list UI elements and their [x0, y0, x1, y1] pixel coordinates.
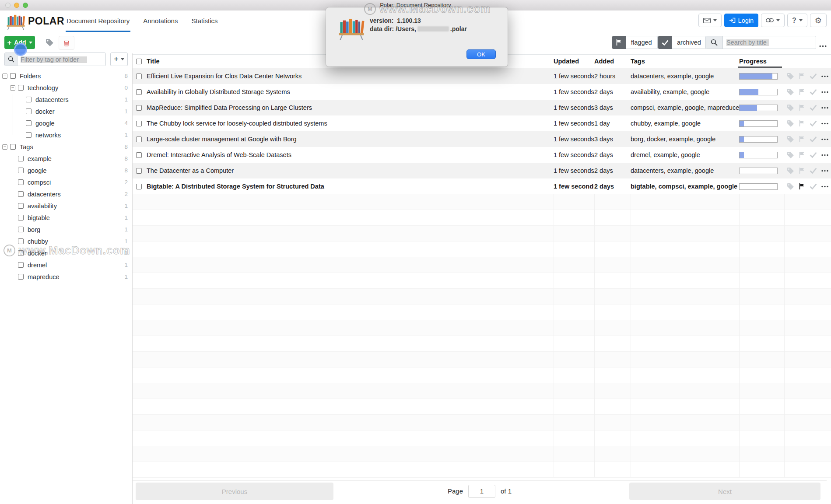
tree-item-availability[interactable]: availability1 — [0, 200, 132, 212]
share-link-button[interactable] — [761, 14, 785, 27]
tab-document-repository[interactable]: Document Repository — [66, 10, 130, 32]
doc-title[interactable]: Large-scale cluster management at Google… — [147, 136, 554, 143]
tree-checkbox[interactable] — [18, 250, 24, 256]
tree-item-tags[interactable]: −Tags8 — [0, 141, 132, 153]
row-checkbox[interactable] — [136, 74, 142, 79]
tag-icon[interactable] — [787, 120, 794, 127]
row-checkbox[interactable] — [136, 184, 142, 189]
ellipsis-icon[interactable] — [821, 170, 828, 172]
tree-checkbox[interactable] — [10, 73, 16, 79]
table-row[interactable]: Efficient Live Expansion for Clos Data C… — [133, 68, 831, 84]
ellipsis-icon[interactable] — [821, 75, 828, 77]
tree-checkbox[interactable] — [18, 215, 24, 220]
table-row[interactable]: The Chubby lock service for loosely-coup… — [133, 116, 831, 131]
table-row[interactable]: MapReduce: Simplified Data Processing on… — [133, 100, 831, 116]
check-icon[interactable] — [810, 152, 817, 158]
flag-icon[interactable] — [799, 88, 805, 95]
tag-icon[interactable] — [787, 104, 794, 112]
table-options-button[interactable] — [819, 41, 827, 49]
tree-item-technology[interactable]: −technology0 — [0, 82, 132, 94]
row-checkbox[interactable] — [136, 121, 142, 126]
tree-item-docker[interactable]: docker1 — [0, 247, 132, 259]
table-row[interactable]: Bigtable: A Distributed Storage System f… — [133, 178, 831, 194]
ok-button[interactable]: OK — [466, 49, 496, 59]
tag-icon[interactable] — [787, 88, 794, 96]
close-button[interactable] — [5, 3, 11, 8]
zoom-button[interactable] — [23, 3, 28, 8]
tree-checkbox[interactable] — [18, 238, 24, 244]
tree-item-dremel[interactable]: dremel1 — [0, 259, 132, 271]
flag-icon[interactable] — [799, 167, 805, 174]
tag-icon[interactable] — [787, 136, 794, 143]
collapse-icon[interactable]: − — [2, 144, 7, 150]
tag-icon[interactable] — [787, 151, 794, 159]
flag-icon[interactable] — [799, 136, 805, 143]
tree-checkbox[interactable] — [18, 262, 24, 268]
settings-button[interactable]: ⚙ — [810, 14, 827, 27]
page-number-input[interactable] — [468, 485, 495, 498]
row-checkbox[interactable] — [136, 168, 142, 174]
collapse-icon[interactable]: − — [2, 74, 7, 79]
row-checkbox[interactable] — [136, 105, 142, 111]
tree-checkbox[interactable] — [18, 156, 24, 161]
tree-checkbox[interactable] — [10, 144, 16, 150]
check-icon[interactable] — [810, 105, 817, 111]
minimize-button[interactable] — [14, 3, 19, 8]
previous-page-button[interactable]: Previous — [136, 483, 333, 500]
tree-item-compsci[interactable]: compsci2 — [0, 176, 132, 188]
tag-toolbar-icon[interactable] — [46, 38, 54, 49]
column-header-tags[interactable]: Tags — [631, 58, 739, 65]
ellipsis-icon[interactable] — [821, 138, 828, 140]
tree-item-google[interactable]: google8 — [0, 164, 132, 176]
check-icon[interactable] — [810, 136, 817, 142]
doc-title[interactable]: The Datacenter as a Computer — [147, 167, 554, 174]
tree-item-datacenters[interactable]: datacenters1 — [0, 94, 132, 105]
ellipsis-icon[interactable] — [821, 91, 828, 93]
flag-icon[interactable] — [799, 120, 805, 127]
tree-checkbox[interactable] — [18, 227, 24, 232]
ellipsis-icon[interactable] — [821, 154, 828, 156]
doc-title[interactable]: The Chubby lock service for loosely-coup… — [147, 120, 554, 127]
column-header-added[interactable]: Added — [594, 58, 631, 65]
tree-item-borg[interactable]: borg1 — [0, 224, 132, 235]
help-button[interactable]: ? — [787, 14, 807, 27]
flag-icon[interactable] — [799, 183, 805, 190]
row-checkbox[interactable] — [136, 89, 142, 95]
ellipsis-icon[interactable] — [821, 107, 828, 109]
flag-icon[interactable] — [799, 104, 805, 111]
table-row[interactable]: Dremel: Interactive Analysis of Web-Scal… — [133, 147, 831, 163]
row-checkbox[interactable] — [136, 136, 142, 142]
tree-item-bigtable[interactable]: bigtable1 — [0, 212, 132, 224]
tree-item-chubby[interactable]: chubby1 — [0, 235, 132, 247]
tree-checkbox[interactable] — [18, 85, 24, 91]
flagged-filter-toggle[interactable]: flagged — [612, 36, 658, 49]
tree-item-google[interactable]: google4 — [0, 117, 132, 129]
row-checkbox[interactable] — [136, 152, 142, 158]
tag-icon[interactable] — [787, 167, 794, 175]
tree-checkbox[interactable] — [26, 108, 32, 114]
archived-filter-toggle[interactable]: archived — [658, 36, 707, 49]
create-tag-button[interactable]: + — [110, 52, 128, 66]
check-icon[interactable] — [810, 73, 817, 79]
tree-checkbox[interactable] — [26, 120, 32, 126]
delete-button[interactable] — [59, 36, 74, 50]
check-icon[interactable] — [810, 168, 817, 174]
tree-item-docker[interactable]: docker1 — [0, 105, 132, 117]
flag-icon[interactable] — [799, 151, 805, 158]
column-header-updated[interactable]: Updated — [554, 58, 594, 65]
messages-button[interactable] — [698, 14, 722, 27]
search-input[interactable] — [723, 36, 816, 49]
ellipsis-icon[interactable] — [821, 186, 828, 188]
table-row[interactable]: Availability in Globally Distributed Sto… — [133, 84, 831, 100]
flag-icon[interactable] — [799, 73, 805, 80]
tree-item-folders[interactable]: −Folders8 — [0, 70, 132, 82]
table-row[interactable]: Large-scale cluster management at Google… — [133, 131, 831, 147]
tree-checkbox[interactable] — [18, 274, 24, 280]
ellipsis-icon[interactable] — [821, 122, 828, 125]
doc-title[interactable]: Dremel: Interactive Analysis of Web-Scal… — [147, 151, 554, 158]
doc-title[interactable]: Availability in Globally Distributed Sto… — [147, 88, 554, 95]
sidebar-filter-input[interactable] — [18, 53, 105, 66]
doc-title[interactable]: MapReduce: Simplified Data Processing on… — [147, 104, 554, 111]
doc-title[interactable]: Efficient Live Expansion for Clos Data C… — [147, 73, 554, 80]
tree-item-example[interactable]: example8 — [0, 153, 132, 164]
